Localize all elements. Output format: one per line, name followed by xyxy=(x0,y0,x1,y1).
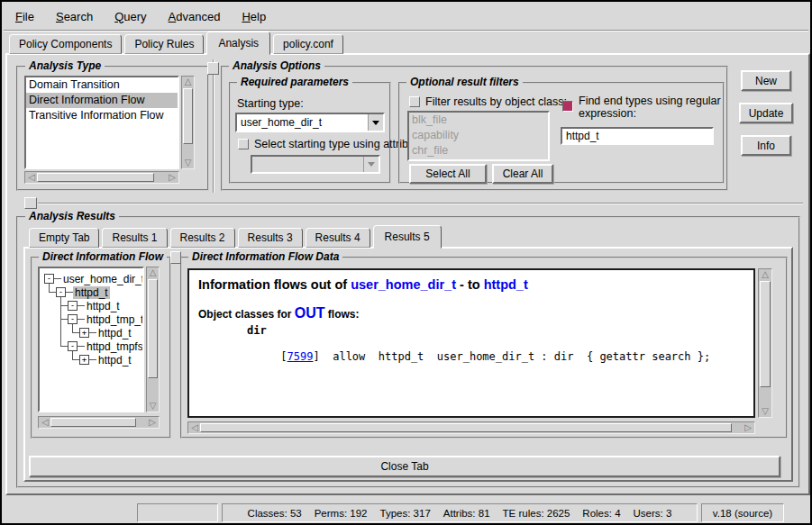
tree-expand-icon[interactable]: + xyxy=(79,355,89,365)
tree-node-label[interactable]: httpd_tmp_t xyxy=(85,313,144,326)
tab-results-1[interactable]: Results 1 xyxy=(102,228,167,248)
tree-node-label[interactable]: httpd_t xyxy=(96,327,133,339)
main-tabbar: Policy Components Policy Rules Analysis … xyxy=(9,34,346,54)
analysis-type-item[interactable]: Domain Transition xyxy=(26,77,178,93)
stat-roles: Roles: 4 xyxy=(582,508,620,519)
scrollbar-thumb[interactable] xyxy=(37,173,154,182)
attrib-combobox-disabled xyxy=(251,155,380,174)
tree-connector xyxy=(60,305,68,306)
flow-tree-label: Direct Information Flow T xyxy=(39,250,167,263)
update-button[interactable]: Update xyxy=(739,103,793,123)
menu-file[interactable]: File xyxy=(9,8,41,25)
scroll-right-icon[interactable]: ▷ xyxy=(147,417,158,428)
tree-hscrollbar[interactable]: ◁ ▷ xyxy=(38,416,160,429)
analysis-type-hscrollbar[interactable]: ◁ ▷ xyxy=(24,171,179,184)
info-button[interactable]: Info xyxy=(741,135,791,156)
sash-handle[interactable] xyxy=(207,62,219,75)
tab-results-4[interactable]: Results 4 xyxy=(306,228,370,248)
stat-te-rules: TE rules: 2625 xyxy=(503,508,570,519)
analysis-type-item-selected[interactable]: Direct Information Flow xyxy=(26,93,178,108)
scrollbar-thumb[interactable] xyxy=(200,423,732,432)
scrollbar-thumb[interactable] xyxy=(760,281,771,387)
menu-help[interactable]: Help xyxy=(235,8,272,25)
dropdown-button-disabled xyxy=(363,157,379,172)
tree-expand-icon[interactable]: - xyxy=(56,287,66,297)
rule-line: [7599] allow httpd_t user_home_dir_t : d… xyxy=(242,338,744,376)
results-tabbar: Empty Tab Results 1 Results 2 Results 3 … xyxy=(29,227,444,248)
menu-search[interactable]: Search xyxy=(50,8,99,25)
tab-policy-components[interactable]: Policy Components xyxy=(9,34,122,54)
rule-id-link[interactable]: 7599 xyxy=(287,350,314,363)
tree-node[interactable]: - user_home_dir_t xyxy=(44,272,144,285)
tree-expand-icon[interactable]: - xyxy=(44,274,54,284)
select-all-button[interactable]: Select All xyxy=(409,164,487,184)
scroll-up-icon[interactable]: △ xyxy=(759,270,771,279)
tree-expand-icon[interactable]: - xyxy=(68,314,78,324)
tree-node-label[interactable]: httpd_t xyxy=(96,354,133,367)
tree-node-label[interactable]: httpd_t xyxy=(73,286,110,299)
analysis-type-item[interactable]: Transitive Information Flow xyxy=(26,108,178,123)
scroll-left-icon[interactable]: ◁ xyxy=(40,417,50,428)
analysis-type-label: Analysis Type xyxy=(25,59,105,72)
tree-expand-icon[interactable]: - xyxy=(68,341,78,351)
source-type: user_home_dir_t xyxy=(351,277,456,292)
flow-data-text: Information flows out of user_home_dir_t… xyxy=(187,268,755,418)
tree-node[interactable]: + httpd_t xyxy=(79,353,133,367)
scroll-right-icon[interactable]: ▷ xyxy=(167,172,178,183)
tab-policy-rules[interactable]: Policy Rules xyxy=(124,34,204,54)
scroll-right-icon[interactable]: ▷ xyxy=(743,422,753,433)
data-vscrollbar[interactable]: △ ▽ xyxy=(758,268,772,418)
status-version: v.18 (source) xyxy=(701,503,784,522)
scrollbar-thumb[interactable] xyxy=(183,88,193,144)
tree-vscrollbar[interactable]: △ ▽ xyxy=(146,267,160,412)
scroll-left-icon[interactable]: ◁ xyxy=(189,422,200,433)
tab-results-2[interactable]: Results 2 xyxy=(170,228,235,248)
scroll-down-icon[interactable]: ▽ xyxy=(759,407,771,416)
tree-node[interactable]: - httpd_t xyxy=(68,299,122,312)
scroll-left-icon[interactable]: ◁ xyxy=(26,172,37,183)
regex-checkbox-label: Find end types using regular expression: xyxy=(579,95,721,120)
menu-query[interactable]: Query xyxy=(108,8,152,25)
tree-expand-icon[interactable]: + xyxy=(79,328,89,338)
analysis-type-vscrollbar[interactable]: △ ▽ xyxy=(181,76,195,169)
close-tab-button[interactable]: Close Tab xyxy=(29,456,780,477)
tab-results-5[interactable]: Results 5 xyxy=(373,225,442,249)
tab-results-3[interactable]: Results 3 xyxy=(238,228,303,248)
tree-node-label[interactable]: user_home_dir_t xyxy=(61,273,144,285)
tree-node[interactable]: - httpd_tmpfs_t xyxy=(68,339,144,353)
scroll-up-icon[interactable]: △ xyxy=(147,268,159,277)
regex-input[interactable] xyxy=(561,127,714,145)
filter-checkbox-row: Filter results by object class: xyxy=(409,95,567,108)
starting-type-value: user_home_dir_t xyxy=(237,114,368,131)
new-button[interactable]: New xyxy=(741,70,791,91)
sash-handle[interactable] xyxy=(24,197,37,209)
tab-policy-conf[interactable]: policy.conf xyxy=(273,34,343,54)
clear-all-button[interactable]: Clear All xyxy=(492,164,553,184)
attrib-checkbox[interactable] xyxy=(238,139,249,149)
chevron-down-icon xyxy=(368,162,375,167)
stat-users: Users: 3 xyxy=(634,508,672,519)
regex-checkbox[interactable] xyxy=(562,101,573,112)
scrollbar-thumb[interactable] xyxy=(148,279,158,378)
tab-empty[interactable]: Empty Tab xyxy=(29,228,99,248)
scrollbar-thumb[interactable] xyxy=(50,418,136,427)
scroll-up-icon[interactable]: △ xyxy=(182,77,194,86)
sash-handle[interactable] xyxy=(170,251,181,264)
scroll-down-icon[interactable]: ▽ xyxy=(147,402,159,411)
tree-node-label[interactable]: httpd_tmpfs_t xyxy=(85,340,144,353)
scroll-down-icon[interactable]: ▽ xyxy=(182,158,194,167)
status-policy-stats: Classes: 53 Perms: 192 Types: 317 Attrib… xyxy=(222,503,698,522)
tree-node[interactable]: - httpd_tmp_t xyxy=(68,312,144,326)
menu-advanced[interactable]: Advanced xyxy=(162,8,227,25)
pane-divider xyxy=(213,59,214,193)
dropdown-button[interactable] xyxy=(368,114,383,131)
data-hscrollbar[interactable]: ◁ ▷ xyxy=(187,421,755,434)
filter-by-class-checkbox[interactable] xyxy=(409,96,420,107)
tree-expand-icon[interactable]: - xyxy=(68,301,78,311)
tree-node-label[interactable]: httpd_t xyxy=(85,300,122,312)
tab-analysis[interactable]: Analysis xyxy=(206,32,270,55)
tree-node-selected[interactable]: - httpd_t xyxy=(56,285,110,299)
pane-divider xyxy=(38,203,803,204)
starting-type-combobox[interactable]: user_home_dir_t xyxy=(235,113,385,132)
tree-node[interactable]: + httpd_t xyxy=(79,326,133,339)
